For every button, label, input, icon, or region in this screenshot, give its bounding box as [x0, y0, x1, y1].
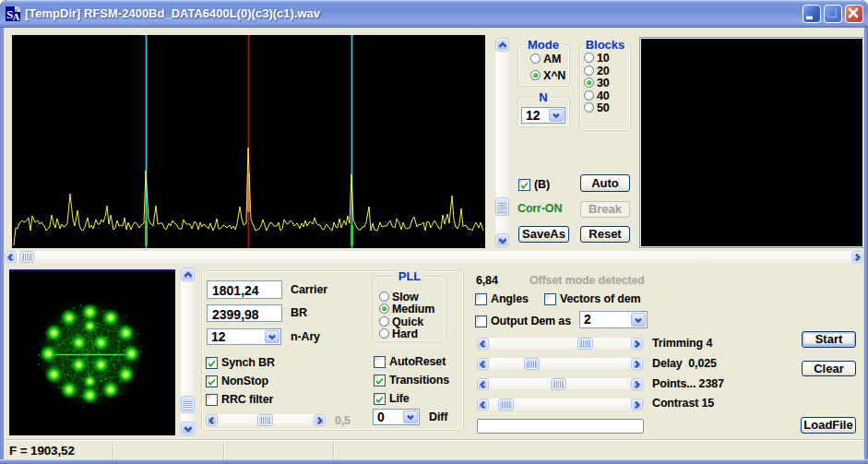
svg-text:A: A — [13, 11, 20, 21]
